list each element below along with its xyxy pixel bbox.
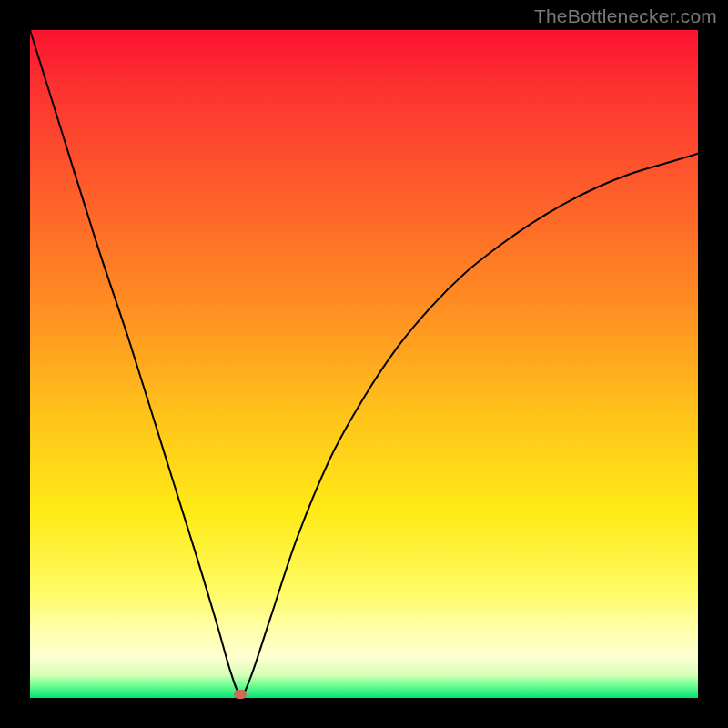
min-point-marker <box>234 690 247 699</box>
watermark-text: TheBottlenecker.com <box>534 5 717 27</box>
bottleneck-curve <box>30 30 698 698</box>
plot-area <box>30 30 698 698</box>
chart-frame: TheBottlenecker.com <box>0 0 728 728</box>
